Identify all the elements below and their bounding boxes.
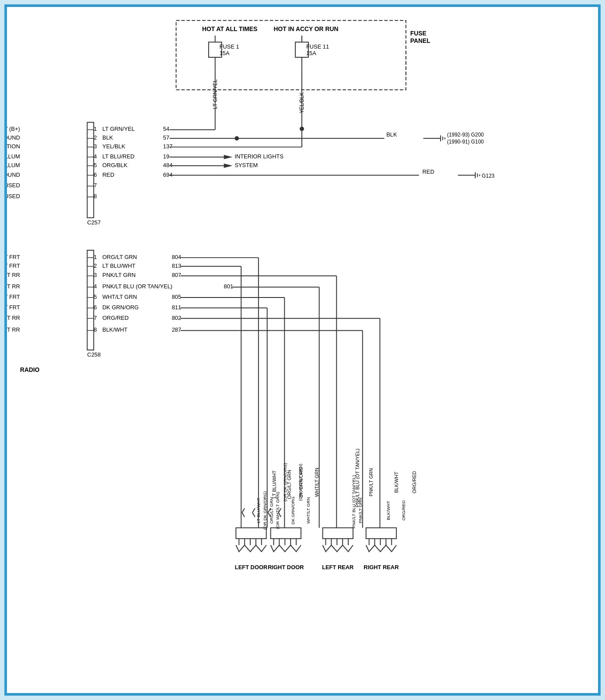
c257-pin8-func: NOT USED <box>7 193 20 200</box>
c257-pin3-circuit: 137 <box>163 143 172 150</box>
c258-pin4-circuit: 801 <box>224 283 233 290</box>
c258-pin1-wire: ORG/LT GRN <box>102 254 137 260</box>
lt-blu-wht-alt-label: (OR DK GRN/ORG) <box>262 491 267 530</box>
c258-pin5-func: RIGHT FRT <box>7 294 20 300</box>
c258-pin3-num: 3 <box>94 272 97 278</box>
left-door-label: LEFT DOOR <box>235 564 268 570</box>
g200-label: (1992-93) G200 <box>447 132 484 138</box>
c257-pin3-num: 3 <box>94 143 97 150</box>
c258-pin6-num: 6 <box>94 304 97 311</box>
c257-pin1-wire: LT GRN/YEL <box>102 126 135 132</box>
c258-pin5-wire: WHT/LT GRN <box>102 294 137 300</box>
rd-wire1-label: DK GRN/ORG <box>298 467 304 497</box>
c258-pin8-wire: BLK/WHT <box>102 326 127 333</box>
c257-pin2-func: GROUND <box>7 134 20 141</box>
org-lt-grn-wire-label: ORG/LT GRN <box>269 497 274 524</box>
c258-pin7-wire: ORG/RED <box>102 315 129 321</box>
ld-wire2-label: ORG/LT GRN <box>287 470 292 499</box>
fuse-panel-label2: PANEL <box>410 37 430 44</box>
lr-wire2-label: PNK/LT GRN <box>368 468 374 496</box>
c258-pin1-func: LEFT FRT <box>7 254 20 260</box>
c257-pin1-num: 1 <box>94 126 97 132</box>
c258-pin8-func: RIGHT RR <box>7 326 20 333</box>
c257-pin2-wire: BLK <box>102 134 113 141</box>
hot-all-times-label: HOT AT ALL TIMES <box>202 25 257 32</box>
c258-pin1-circuit: 804 <box>172 254 181 260</box>
c258-pin4-num: 4 <box>94 283 97 290</box>
dk-grn-org-wire-label: DK GRN/ORG <box>290 497 295 525</box>
interior-lights-label2: SYSTEM <box>234 162 258 168</box>
diagram-container: HOT AT ALL TIMES HOT IN ACCY OR RUN FUSE… <box>4 4 601 696</box>
c257-pin4-num: 4 <box>94 153 97 160</box>
c257-pin8-num: 8 <box>94 193 97 200</box>
c257-pin6-func: GROUND <box>7 172 20 178</box>
c257-pin5-circuit: 484 <box>163 162 172 168</box>
right-rear-label: RIGHT REAR <box>364 564 399 570</box>
radio-label: RADIO <box>20 366 40 373</box>
c258-pin2-wire: LT BLU/WHT <box>102 262 135 269</box>
c258-pin7-num: 7 <box>94 315 97 321</box>
c257-pin7-func: NOT USED <box>7 182 20 189</box>
c257-pin1-func: BATTERY (B+) <box>7 126 20 132</box>
c258-pin2-circuit: 813 <box>172 262 181 269</box>
hot-accy-run-label: HOT IN ACCY OR RUN <box>274 25 339 32</box>
c257-pin5-num: 5 <box>94 162 97 168</box>
c257-pin7-num: 7 <box>94 182 97 189</box>
lt-blu-wht-wire-label: LT BLU/WHT <box>256 498 261 523</box>
c258-pin6-func: RIGHT FRT <box>7 304 20 311</box>
ld-wire1-label: LT BLU/WHT <box>272 470 277 498</box>
c258-pin3-wire: PNK/LT GRN <box>102 272 136 278</box>
fuse1-label: FUSE 1 <box>220 43 239 50</box>
c258-label: C258 <box>87 351 101 358</box>
c257-pin6-wire: RED <box>102 172 114 178</box>
wht-lt-grn-wire-label: WHT/LT GRN <box>306 497 311 524</box>
c257-pin6-circuit: 694 <box>163 172 172 178</box>
left-rear-label: LEFT REAR <box>322 564 354 570</box>
c258-pin7-circuit: 802 <box>172 315 181 321</box>
c258-pin8-num: 8 <box>94 326 97 333</box>
c258-pin3-func: LEFT RR <box>7 272 20 278</box>
c257-pin4-circuit: 19 <box>163 153 169 160</box>
interior-lights-label1: INTERIOR LIGHTS <box>234 153 283 160</box>
c258-pin4-func: LEFT RR <box>7 283 20 290</box>
c258-pin2-func: LEFT FRT <box>7 262 20 269</box>
c258-pin1-num: 1 <box>94 254 97 260</box>
c257-pin1-circuit: 54 <box>163 126 169 132</box>
diagram-area: HOT AT ALL TIMES HOT IN ACCY OR RUN FUSE… <box>7 7 598 693</box>
blk-wire-label: BLK <box>386 131 397 138</box>
c257-pin3-func: IGNITION <box>7 143 20 150</box>
fuse1-value: 15A <box>220 50 230 56</box>
g100-label: (1990-91) G100 <box>447 139 484 145</box>
rr-wire1-label: BLK/WHT <box>394 472 399 493</box>
c258-pin4-wire: PNK/LT BLU (OR TAN/YEL) <box>102 283 172 290</box>
c257-pin4-func: ILLUM <box>7 153 20 160</box>
c258-pin3-circuit: 807 <box>172 272 181 278</box>
c258-pin5-num: 5 <box>94 294 97 300</box>
c257-pin5-wire: ORG/BLK <box>102 162 128 168</box>
c257-pin4-wire: LT BLU/RED <box>102 153 134 160</box>
org-red-wire-label: ORG/RED <box>401 500 406 521</box>
c258-pin6-circuit: 811 <box>172 304 181 311</box>
fuse-panel-label: FUSE <box>410 30 427 37</box>
rr-wire2-label: ORG/RED <box>412 471 417 494</box>
c258-pin2-num: 2 <box>94 262 97 269</box>
g123-label: G123 <box>482 173 494 179</box>
c257-pin6-num: 6 <box>94 172 97 178</box>
c257-pin5-func: ILLUM <box>7 162 20 168</box>
lr-wire1-label: PNK/LT BLU (OT TAN/YEL) <box>355 448 360 507</box>
c257-pin2-num: 2 <box>94 134 97 141</box>
right-door-label: RIGHT DOOR <box>268 564 304 570</box>
rd-wire2-label: WHT/LT GRN <box>314 468 319 497</box>
c258-pin7-func: RIGHT RR <box>7 315 20 321</box>
yel-blk-wire-label: YEL/BLK <box>299 92 305 113</box>
c258-pin6-wire: DK GRN/ORG <box>102 304 139 311</box>
fuse11-label: FUSE 11 <box>306 43 329 50</box>
c258-pin5-circuit: 805 <box>172 294 181 300</box>
c258-pin8-circuit: 287 <box>172 326 181 333</box>
blk-wht-wire-label: BLK/WHT <box>386 501 391 520</box>
c257-label: C257 <box>87 219 101 226</box>
c257-pin2-circuit: 57 <box>163 134 169 141</box>
red-wire-label: RED <box>423 168 434 175</box>
lt-grn-yel-wire-label: LT GRN/YEL <box>212 79 218 109</box>
c257-pin3-wire: YEL/BLK <box>102 143 126 150</box>
